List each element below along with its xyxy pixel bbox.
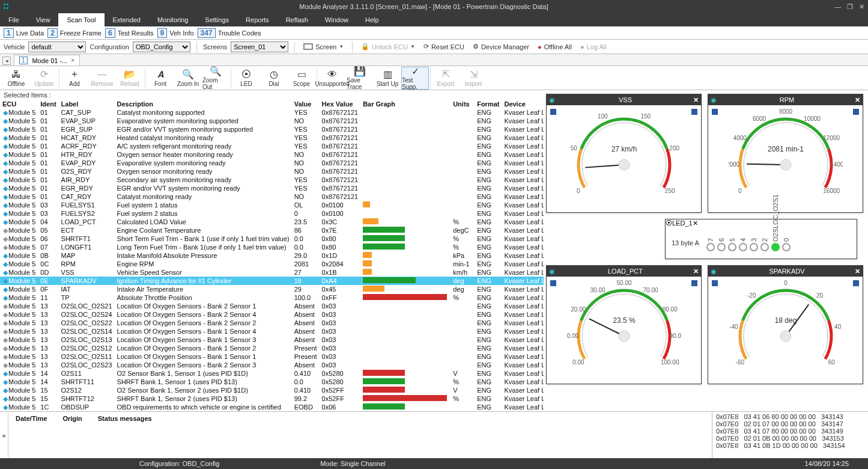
tool-import[interactable]: ⇲Import <box>460 67 487 90</box>
log-expand-button[interactable]: » <box>0 412 8 458</box>
tool-export[interactable]: ⇱Export <box>432 67 460 90</box>
table-row[interactable]: ◆Module 501CAT_RDYCatalyst monitoring re… <box>0 192 544 201</box>
tool-remove[interactable]: —Remove <box>88 67 116 90</box>
tool-led[interactable]: ⦿LED <box>232 67 260 90</box>
table-row[interactable]: ◆Module 515O2S12O2 Sensor Bank 1, Sensor… <box>0 386 544 394</box>
table-row[interactable]: ◆Module 501EGR_RDYEGR and/or VVT system … <box>0 184 544 192</box>
table-row[interactable]: ◆Module 50ESPARKADVIgnition Timing Advan… <box>0 277 544 285</box>
segment-test-results[interactable]: 6Test Results <box>105 28 154 38</box>
close-button[interactable]: ✕ <box>859 3 864 11</box>
table-row[interactable]: ◆Module 501CAT_SUPCatalyst monitoring su… <box>0 108 544 117</box>
col-ecu[interactable]: ECU <box>0 100 38 108</box>
table-row[interactable]: ◆Module 501EVAP_RDYEvaporative system mo… <box>0 159 544 167</box>
col-description[interactable]: Description <box>115 100 292 108</box>
table-row[interactable]: ◆Module 501ACRF_RDYA/C system refigerant… <box>0 142 544 150</box>
table-row[interactable]: ◆Module 507LONGFT1Long Term Fuel Trim - … <box>0 243 544 251</box>
table-row[interactable]: ◆Module 501O2S_RDYOxygen sensor monitori… <box>0 167 544 176</box>
tool-unsupported[interactable]: 👁Unsupported <box>318 67 346 90</box>
screens-select[interactable]: Screen_01 <box>231 41 288 52</box>
col-value[interactable]: Value <box>292 100 320 108</box>
pin-left-button[interactable]: ◂ <box>2 57 11 65</box>
gauge-load-pct[interactable]: ◉LOAD_PCT✕ 0.0010.0020.0030.0050.0070.00… <box>546 265 702 384</box>
hex-log[interactable]: 0x07E8 03 41 06 80 00 00 00 00 3431430x0… <box>712 412 868 458</box>
table-row[interactable]: ◆Module 506SHRTFT1Short Term Fuel Trim -… <box>0 234 544 243</box>
gauge-rpm[interactable]: ◉RPM✕ 0200040006000800010000120001400016… <box>708 94 863 213</box>
log-all-button[interactable]: ● Log All <box>578 43 609 51</box>
table-row[interactable]: ◆Module 513O2SLOC_O2S14Location Of Oxyge… <box>0 327 544 336</box>
tool-test-supp-[interactable]: ✓Test Supp. <box>401 67 429 90</box>
maximize-button[interactable]: ❐ <box>847 3 853 11</box>
config-select[interactable]: OBD_Config <box>133 41 190 52</box>
col-hex-value[interactable]: Hex Value <box>320 100 361 108</box>
unlock-ecu-button[interactable]: 🔒 Unlock ECU ▼ <box>359 42 417 51</box>
tool-dial[interactable]: ◷Dial <box>260 67 288 90</box>
menu-settings[interactable]: Settings <box>196 13 237 26</box>
table-row[interactable]: ◆Module 513O2SLOC_O2S22Location Of Oxyge… <box>0 319 544 327</box>
device-manager-button[interactable]: ⚙ Device Manager <box>470 42 532 51</box>
tool-start-up[interactable]: ▥Start Up <box>374 67 401 90</box>
menu-window[interactable]: Window <box>317 13 357 26</box>
menu-reports[interactable]: Reports <box>237 13 278 26</box>
table-row[interactable]: ◆Module 51COBDSUPOBD requirements to whi… <box>0 403 544 411</box>
table-row[interactable]: ◆Module 513O2SLOC_O2S11Location Of Oxyge… <box>0 352 544 361</box>
screen-button[interactable]: Screen ▼ <box>301 43 346 51</box>
col-format[interactable]: Format <box>475 100 502 108</box>
table-row[interactable]: ◆Module 501HCAT_RDYHeated catalyst monit… <box>0 133 544 142</box>
table-row[interactable]: ◆Module 515SHRTFT12SHRFT Bank 1, Sensor … <box>0 394 544 403</box>
col-ident[interactable]: Ident <box>38 100 58 108</box>
tool-reload[interactable]: 📂Reload <box>116 67 144 90</box>
tool-add[interactable]: ＋Add <box>61 67 88 90</box>
close-icon[interactable]: ✕ <box>855 268 860 275</box>
table-row[interactable]: ◆Module 50CRPMEngine RPM20810x2084min-1E… <box>0 260 544 268</box>
offline-all-button[interactable]: ● Offline All <box>535 43 574 51</box>
gauge-vss[interactable]: ◉VSS✕ 05010015020025027 km/h <box>546 94 702 213</box>
segment-freeze-frame[interactable]: 2Freeze Frame <box>47 28 102 38</box>
table-row[interactable]: ◆Module 505ECTEngine Coolant Temperature… <box>0 226 544 234</box>
table-row[interactable]: ◆Module 503FUELSYS1Fuel system 1 statusO… <box>0 201 544 209</box>
tool-offline[interactable]: 🖧Offline <box>2 67 30 90</box>
menu-help[interactable]: Help <box>357 13 387 26</box>
led-window[interactable]: ⦿LED_1✕ 13 byte A765432O2SLOC_O2S10 <box>665 219 857 259</box>
table-row[interactable]: ◆Module 501HTR_RDYOxygen sensor heater m… <box>0 150 544 159</box>
table-row[interactable]: ◆Module 501EGR_SUPEGR and/or VVT system … <box>0 125 544 133</box>
segment-veh-info[interactable]: 9Veh Info <box>157 28 194 38</box>
vehicle-select[interactable]: default <box>28 41 86 52</box>
tool-update[interactable]: ⟳Update <box>30 67 58 90</box>
menu-reflash[interactable]: Reflash <box>278 13 317 26</box>
table-row[interactable]: ◆Module 513O2SLOC_O2S13Location Of Oxyge… <box>0 336 544 344</box>
menu-monitoring[interactable]: Monitoring <box>149 13 196 26</box>
table-row[interactable]: ◆Module 513O2SLOC_O2S23Location Of Oxyge… <box>0 361 544 369</box>
close-icon[interactable]: ✕ <box>855 96 860 104</box>
data-grid[interactable]: ECUIdentLabelDescriptionValueHex ValueBa… <box>0 100 544 411</box>
minimize-button[interactable]: — <box>834 3 841 11</box>
col-units[interactable]: Units <box>451 100 475 108</box>
table-row[interactable]: ◆Module 514SHRTFT11SHRFT Bank 1, Sensor … <box>0 378 544 386</box>
segment-trouble-codes[interactable]: 347Trouble Codes <box>198 28 261 38</box>
col-device[interactable]: Device <box>502 100 544 108</box>
table-row[interactable]: ◆Module 50BMAPIntake Manifold Absolute P… <box>0 251 544 260</box>
close-icon[interactable]: ✕ <box>693 96 699 104</box>
table-row[interactable]: ◆Module 514O2S11O2 Sensor Bank 1, Sensor… <box>0 369 544 378</box>
menu-scan-tool[interactable]: Scan Tool <box>58 13 104 26</box>
menu-view[interactable]: View <box>28 13 59 26</box>
tab-mode01[interactable]: 1 Mode 01 -... × <box>14 55 80 66</box>
tool-font[interactable]: 𝘼Font <box>147 67 174 90</box>
menu-extended[interactable]: Extended <box>105 13 149 26</box>
tool-zoom-out[interactable]: 🔍Zoom Out <box>202 67 229 90</box>
tool-save-trace[interactable]: 💾Save Trace <box>346 67 374 90</box>
gauge-sparkadv[interactable]: ◉SPARKADV✕ -60-40-20020406018 deg <box>708 265 863 384</box>
table-row[interactable]: ◆Module 513O2SLOC_O2S12Location Of Oxyge… <box>0 344 544 352</box>
tab-close-icon[interactable]: × <box>71 57 74 64</box>
menu-file[interactable]: File <box>0 13 28 26</box>
table-row[interactable]: ◆Module 513O2SLOC_O2S21Location Of Oxyge… <box>0 302 544 310</box>
close-icon[interactable]: ✕ <box>693 219 698 227</box>
table-row[interactable]: ◆Module 511TPAbsolute Throttle Position1… <box>0 293 544 302</box>
col-bar-graph[interactable]: Bar Graph <box>360 100 451 108</box>
table-row[interactable]: ◆Module 503FUELSYS2Fuel system 2 status0… <box>0 209 544 218</box>
tool-zoom-in[interactable]: 🔍Zoom In <box>174 67 202 90</box>
table-row[interactable]: ◆Module 513O2SLOC_O2S24Location Of Oxyge… <box>0 310 544 319</box>
col-label[interactable]: Label <box>59 100 115 108</box>
table-row[interactable]: ◆Module 504LOAD_PCTCalculated LOAD Value… <box>0 218 544 226</box>
table-row[interactable]: ◆Module 50FIATIntake Air Temperature290x… <box>0 285 544 293</box>
table-row[interactable]: ◆Module 501EVAP_SUPEvaporative system mo… <box>0 117 544 125</box>
